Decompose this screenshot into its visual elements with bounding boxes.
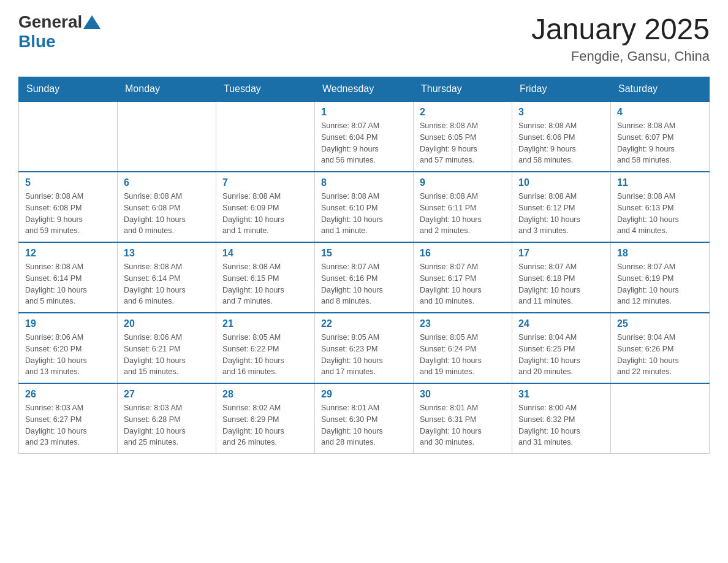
col-thursday: Thursday (414, 77, 512, 102)
day-number: 8 (321, 177, 407, 188)
day-info: Sunrise: 8:08 AM Sunset: 6:10 PM Dayligh… (321, 191, 407, 237)
day-info: Sunrise: 8:08 AM Sunset: 6:08 PM Dayligh… (25, 191, 111, 237)
day-info: Sunrise: 8:07 AM Sunset: 6:17 PM Dayligh… (420, 261, 506, 307)
day-info: Sunrise: 8:04 AM Sunset: 6:26 PM Dayligh… (617, 332, 703, 378)
calendar-cell: 25Sunrise: 8:04 AM Sunset: 6:26 PM Dayli… (611, 313, 710, 383)
calendar-cell: 5Sunrise: 8:08 AM Sunset: 6:08 PM Daylig… (19, 172, 118, 242)
day-info: Sunrise: 8:07 AM Sunset: 6:18 PM Dayligh… (518, 261, 604, 307)
day-number: 16 (420, 248, 506, 259)
calendar-cell (216, 101, 315, 172)
day-number: 30 (420, 389, 506, 400)
day-info: Sunrise: 8:05 AM Sunset: 6:23 PM Dayligh… (321, 332, 407, 378)
week-row: 5Sunrise: 8:08 AM Sunset: 6:08 PM Daylig… (19, 172, 710, 242)
day-info: Sunrise: 8:02 AM Sunset: 6:29 PM Dayligh… (222, 402, 308, 448)
calendar-title: January 2025 (531, 12, 710, 46)
day-number: 29 (321, 389, 407, 400)
calendar-cell: 11Sunrise: 8:08 AM Sunset: 6:13 PM Dayli… (611, 172, 710, 242)
day-number: 7 (222, 177, 308, 188)
calendar-cell: 12Sunrise: 8:08 AM Sunset: 6:14 PM Dayli… (19, 242, 118, 313)
col-saturday: Saturday (611, 77, 710, 102)
calendar-header: Sunday Monday Tuesday Wednesday Thursday… (19, 77, 710, 102)
logo-general: General (18, 12, 82, 32)
day-info: Sunrise: 8:08 AM Sunset: 6:11 PM Dayligh… (420, 191, 506, 237)
day-number: 25 (617, 318, 703, 329)
calendar-cell: 6Sunrise: 8:08 AM Sunset: 6:08 PM Daylig… (118, 172, 216, 242)
day-number: 14 (222, 248, 308, 259)
calendar-cell (19, 101, 118, 172)
calendar-cell: 30Sunrise: 8:01 AM Sunset: 6:31 PM Dayli… (414, 383, 512, 454)
calendar-cell: 13Sunrise: 8:08 AM Sunset: 6:14 PM Dayli… (118, 242, 216, 313)
day-number: 20 (124, 318, 210, 329)
day-number: 21 (222, 318, 308, 329)
week-row: 1Sunrise: 8:07 AM Sunset: 6:04 PM Daylig… (19, 101, 710, 172)
calendar-cell (118, 101, 216, 172)
calendar-cell: 23Sunrise: 8:05 AM Sunset: 6:24 PM Dayli… (414, 313, 512, 383)
week-row: 12Sunrise: 8:08 AM Sunset: 6:14 PM Dayli… (19, 242, 710, 313)
day-info: Sunrise: 8:01 AM Sunset: 6:30 PM Dayligh… (321, 402, 407, 448)
day-number: 4 (617, 107, 703, 118)
day-number: 9 (420, 177, 506, 188)
calendar-cell: 20Sunrise: 8:06 AM Sunset: 6:21 PM Dayli… (118, 313, 216, 383)
calendar-cell: 22Sunrise: 8:05 AM Sunset: 6:23 PM Dayli… (315, 313, 414, 383)
calendar-cell: 28Sunrise: 8:02 AM Sunset: 6:29 PM Dayli… (216, 383, 315, 454)
calendar-body: 1Sunrise: 8:07 AM Sunset: 6:04 PM Daylig… (19, 101, 710, 454)
svg-marker-0 (83, 15, 100, 29)
calendar-cell: 19Sunrise: 8:06 AM Sunset: 6:20 PM Dayli… (19, 313, 118, 383)
day-info: Sunrise: 8:08 AM Sunset: 6:14 PM Dayligh… (124, 261, 210, 307)
day-number: 3 (518, 107, 604, 118)
calendar-cell: 2Sunrise: 8:08 AM Sunset: 6:05 PM Daylig… (414, 101, 512, 172)
calendar-cell: 16Sunrise: 8:07 AM Sunset: 6:17 PM Dayli… (414, 242, 512, 313)
calendar-cell: 17Sunrise: 8:07 AM Sunset: 6:18 PM Dayli… (512, 242, 611, 313)
day-number: 5 (25, 177, 111, 188)
day-info: Sunrise: 8:08 AM Sunset: 6:07 PM Dayligh… (617, 120, 703, 166)
col-wednesday: Wednesday (315, 77, 414, 102)
day-info: Sunrise: 8:08 AM Sunset: 6:09 PM Dayligh… (222, 191, 308, 237)
calendar-cell: 3Sunrise: 8:08 AM Sunset: 6:06 PM Daylig… (512, 101, 611, 172)
day-number: 24 (518, 318, 604, 329)
day-info: Sunrise: 8:03 AM Sunset: 6:28 PM Dayligh… (124, 402, 210, 448)
title-block: January 2025 Fengdie, Gansu, China (531, 12, 710, 64)
day-number: 31 (518, 389, 604, 400)
day-info: Sunrise: 8:08 AM Sunset: 6:15 PM Dayligh… (222, 261, 308, 307)
day-info: Sunrise: 8:06 AM Sunset: 6:20 PM Dayligh… (25, 332, 111, 378)
day-info: Sunrise: 8:08 AM Sunset: 6:12 PM Dayligh… (518, 191, 604, 237)
day-info: Sunrise: 8:08 AM Sunset: 6:06 PM Dayligh… (518, 120, 604, 166)
day-info: Sunrise: 8:08 AM Sunset: 6:13 PM Dayligh… (617, 191, 703, 237)
calendar-cell (611, 383, 710, 454)
page-header: General Blue January 2025 Fengdie, Gansu… (18, 12, 710, 64)
col-friday: Friday (512, 77, 611, 102)
day-number: 2 (420, 107, 506, 118)
day-info: Sunrise: 8:04 AM Sunset: 6:25 PM Dayligh… (518, 332, 604, 378)
logo-blue: Blue (18, 32, 56, 51)
day-number: 12 (25, 248, 111, 259)
day-info: Sunrise: 8:07 AM Sunset: 6:19 PM Dayligh… (617, 261, 703, 307)
logo-triangle-icon (83, 15, 100, 29)
day-info: Sunrise: 8:08 AM Sunset: 6:08 PM Dayligh… (124, 191, 210, 237)
day-info: Sunrise: 8:08 AM Sunset: 6:05 PM Dayligh… (420, 120, 506, 166)
day-info: Sunrise: 8:06 AM Sunset: 6:21 PM Dayligh… (124, 332, 210, 378)
calendar-subtitle: Fengdie, Gansu, China (531, 48, 710, 64)
calendar-cell: 21Sunrise: 8:05 AM Sunset: 6:22 PM Dayli… (216, 313, 315, 383)
calendar-cell: 29Sunrise: 8:01 AM Sunset: 6:30 PM Dayli… (315, 383, 414, 454)
days-of-week-row: Sunday Monday Tuesday Wednesday Thursday… (19, 77, 710, 102)
day-info: Sunrise: 8:07 AM Sunset: 6:04 PM Dayligh… (321, 120, 407, 166)
day-number: 23 (420, 318, 506, 329)
day-number: 13 (124, 248, 210, 259)
col-sunday: Sunday (19, 77, 118, 102)
day-info: Sunrise: 8:08 AM Sunset: 6:14 PM Dayligh… (25, 261, 111, 307)
day-number: 10 (518, 177, 604, 188)
calendar-cell: 18Sunrise: 8:07 AM Sunset: 6:19 PM Dayli… (611, 242, 710, 313)
week-row: 26Sunrise: 8:03 AM Sunset: 6:27 PM Dayli… (19, 383, 710, 454)
day-number: 6 (124, 177, 210, 188)
day-info: Sunrise: 8:00 AM Sunset: 6:32 PM Dayligh… (518, 402, 604, 448)
day-number: 28 (222, 389, 308, 400)
day-number: 1 (321, 107, 407, 118)
day-number: 22 (321, 318, 407, 329)
calendar-cell: 31Sunrise: 8:00 AM Sunset: 6:32 PM Dayli… (512, 383, 611, 454)
calendar-cell: 27Sunrise: 8:03 AM Sunset: 6:28 PM Dayli… (118, 383, 216, 454)
calendar-cell: 15Sunrise: 8:07 AM Sunset: 6:16 PM Dayli… (315, 242, 414, 313)
day-info: Sunrise: 8:01 AM Sunset: 6:31 PM Dayligh… (420, 402, 506, 448)
calendar-cell: 7Sunrise: 8:08 AM Sunset: 6:09 PM Daylig… (216, 172, 315, 242)
calendar-cell: 1Sunrise: 8:07 AM Sunset: 6:04 PM Daylig… (315, 101, 414, 172)
calendar-cell: 4Sunrise: 8:08 AM Sunset: 6:07 PM Daylig… (611, 101, 710, 172)
